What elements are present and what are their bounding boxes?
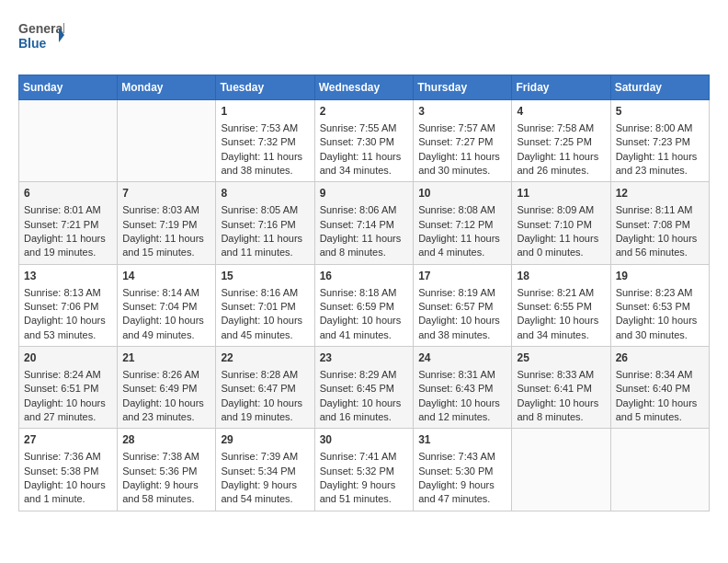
- calendar-cell: [19, 100, 118, 182]
- day-content: Sunset: 6:51 PM: [24, 382, 112, 396]
- day-content: Sunset: 7:25 PM: [517, 135, 605, 149]
- day-content: Sunset: 6:57 PM: [418, 300, 506, 314]
- day-content: Sunrise: 8:24 AM: [24, 368, 112, 382]
- day-number: 7: [122, 186, 210, 201]
- day-content: Sunrise: 8:33 AM: [517, 368, 605, 382]
- day-content: Daylight: 11 hours and 23 minutes.: [616, 150, 704, 178]
- day-number: 2: [320, 104, 409, 120]
- day-content: Sunrise: 8:05 AM: [221, 203, 309, 217]
- day-content: Sunset: 5:34 PM: [221, 465, 309, 478]
- day-number: 15: [221, 269, 309, 284]
- day-content: Sunset: 6:47 PM: [221, 382, 309, 396]
- day-number: 24: [418, 350, 506, 366]
- day-content: Sunrise: 7:38 AM: [122, 450, 210, 464]
- day-content: Sunrise: 8:29 AM: [320, 368, 409, 382]
- day-number: 21: [122, 350, 210, 366]
- day-content: Sunrise: 8:03 AM: [122, 203, 210, 217]
- day-content: Daylight: 11 hours and 8 minutes.: [320, 232, 409, 260]
- day-number: 19: [616, 269, 704, 284]
- day-content: Sunset: 7:08 PM: [616, 218, 704, 232]
- day-content: Daylight: 10 hours and 30 minutes.: [616, 314, 704, 342]
- day-content: Sunrise: 8:14 AM: [122, 286, 210, 300]
- day-number: 6: [24, 186, 112, 201]
- day-content: Sunrise: 8:09 AM: [517, 203, 605, 217]
- calendar-week-row: 1Sunrise: 7:53 AMSunset: 7:32 PMDaylight…: [19, 100, 710, 182]
- day-content: Daylight: 11 hours and 26 minutes.: [517, 150, 605, 178]
- day-number: 10: [418, 186, 506, 201]
- day-content: Sunset: 6:40 PM: [616, 382, 704, 396]
- calendar-header-row: SundayMondayTuesdayWednesdayThursdayFrid…: [19, 75, 710, 100]
- logo-svg: General Blue: [18, 18, 64, 60]
- calendar-cell: 1Sunrise: 7:53 AMSunset: 7:32 PMDaylight…: [216, 100, 314, 182]
- calendar-cell: 15Sunrise: 8:16 AMSunset: 7:01 PMDayligh…: [216, 264, 314, 346]
- day-number: 5: [616, 104, 704, 120]
- day-content: Daylight: 10 hours and 23 minutes.: [122, 396, 210, 425]
- day-content: Sunrise: 8:23 AM: [616, 286, 704, 300]
- calendar-cell: 9Sunrise: 8:06 AMSunset: 7:14 PMDaylight…: [314, 182, 414, 264]
- day-header-tuesday: Tuesday: [216, 75, 314, 100]
- calendar-cell: 27Sunrise: 7:36 AMSunset: 5:38 PMDayligh…: [19, 429, 118, 511]
- day-content: Sunset: 7:30 PM: [320, 135, 409, 149]
- day-content: Sunrise: 8:08 AM: [418, 203, 506, 217]
- calendar-table: SundayMondayTuesdayWednesdayThursdayFrid…: [18, 75, 710, 511]
- day-content: Daylight: 9 hours and 58 minutes.: [122, 478, 210, 507]
- day-content: Sunset: 7:14 PM: [320, 218, 409, 232]
- calendar-week-row: 20Sunrise: 8:24 AMSunset: 6:51 PMDayligh…: [19, 347, 710, 429]
- day-content: Sunset: 5:38 PM: [24, 465, 112, 478]
- day-content: Daylight: 11 hours and 4 minutes.: [418, 232, 506, 260]
- day-number: 27: [24, 432, 112, 448]
- day-content: Sunset: 6:45 PM: [320, 382, 409, 396]
- day-content: Daylight: 10 hours and 16 minutes.: [320, 396, 409, 425]
- day-number: 20: [24, 350, 112, 366]
- day-number: 4: [517, 104, 605, 120]
- day-content: Daylight: 11 hours and 34 minutes.: [320, 150, 409, 178]
- day-number: 14: [122, 269, 210, 284]
- day-content: Sunset: 7:01 PM: [221, 300, 309, 314]
- day-content: Sunrise: 8:26 AM: [122, 368, 210, 382]
- day-number: 31: [418, 432, 506, 448]
- day-content: Daylight: 10 hours and 56 minutes.: [616, 232, 704, 260]
- day-content: Sunrise: 8:00 AM: [616, 121, 704, 135]
- day-content: Sunset: 7:06 PM: [24, 300, 112, 314]
- day-number: 26: [616, 350, 704, 366]
- day-content: Daylight: 9 hours and 51 minutes.: [320, 478, 409, 507]
- day-number: 29: [221, 432, 309, 448]
- day-number: 3: [418, 104, 506, 120]
- day-content: Daylight: 11 hours and 0 minutes.: [517, 232, 605, 260]
- day-content: Daylight: 10 hours and 12 minutes.: [418, 396, 506, 425]
- day-number: 25: [517, 350, 605, 366]
- calendar-cell: 25Sunrise: 8:33 AMSunset: 6:41 PMDayligh…: [512, 347, 610, 429]
- day-number: 16: [320, 269, 409, 284]
- day-content: Daylight: 10 hours and 5 minutes.: [616, 396, 704, 425]
- day-content: Sunset: 7:16 PM: [221, 218, 309, 232]
- day-content: Sunrise: 8:13 AM: [24, 286, 112, 300]
- day-number: 11: [517, 186, 605, 201]
- calendar-cell: 24Sunrise: 8:31 AMSunset: 6:43 PMDayligh…: [414, 347, 512, 429]
- calendar-cell: [610, 429, 709, 511]
- day-content: Daylight: 11 hours and 15 minutes.: [122, 232, 210, 260]
- calendar-cell: 8Sunrise: 8:05 AMSunset: 7:16 PMDaylight…: [216, 182, 314, 264]
- day-number: 9: [320, 186, 409, 201]
- calendar-week-row: 13Sunrise: 8:13 AMSunset: 7:06 PMDayligh…: [19, 264, 710, 346]
- calendar-cell: 14Sunrise: 8:14 AMSunset: 7:04 PMDayligh…: [118, 264, 216, 346]
- logo: General Blue: [18, 18, 64, 60]
- day-content: Daylight: 9 hours and 47 minutes.: [418, 478, 506, 507]
- calendar-week-row: 6Sunrise: 8:01 AMSunset: 7:21 PMDaylight…: [19, 182, 710, 264]
- day-number: 1: [221, 104, 309, 120]
- calendar-cell: 4Sunrise: 7:58 AMSunset: 7:25 PMDaylight…: [512, 100, 610, 182]
- day-content: Sunset: 7:04 PM: [122, 300, 210, 314]
- header: General Blue: [18, 18, 710, 60]
- day-content: Sunset: 6:53 PM: [616, 300, 704, 314]
- day-header-friday: Friday: [512, 75, 610, 100]
- day-content: Sunrise: 8:21 AM: [517, 286, 605, 300]
- calendar-cell: 11Sunrise: 8:09 AMSunset: 7:10 PMDayligh…: [512, 182, 610, 264]
- day-content: Sunrise: 8:18 AM: [320, 286, 409, 300]
- calendar-cell: 2Sunrise: 7:55 AMSunset: 7:30 PMDaylight…: [314, 100, 414, 182]
- calendar-cell: [512, 429, 610, 511]
- day-content: Sunrise: 7:43 AM: [418, 450, 506, 464]
- day-content: Sunrise: 8:34 AM: [616, 368, 704, 382]
- calendar-cell: 16Sunrise: 8:18 AMSunset: 6:59 PMDayligh…: [314, 264, 414, 346]
- day-number: 18: [517, 269, 605, 284]
- day-content: Daylight: 11 hours and 30 minutes.: [418, 150, 506, 178]
- day-content: Daylight: 10 hours and 8 minutes.: [517, 396, 605, 425]
